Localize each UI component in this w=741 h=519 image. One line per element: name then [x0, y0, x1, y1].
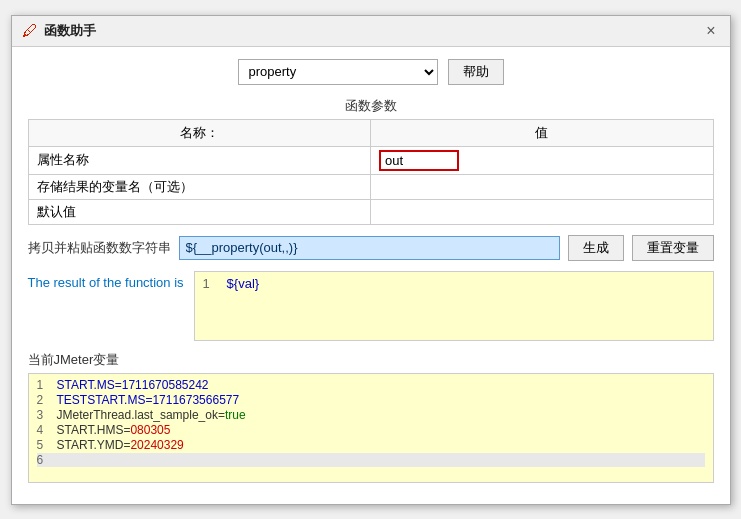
dialog-icon: 🖊: [22, 22, 38, 40]
var-linenum-3: 3: [37, 408, 51, 422]
generate-button[interactable]: 生成: [568, 235, 624, 261]
close-button[interactable]: ×: [702, 22, 719, 40]
var-content-5: START.YMD=20240329: [57, 438, 184, 452]
param-row-2: 存储结果的变量名（可选）: [28, 174, 713, 199]
param-input-2[interactable]: [379, 179, 705, 194]
param-row-3: 默认值: [28, 199, 713, 224]
result-label: The result of the function is: [28, 271, 184, 290]
vars-editor: 1 START.MS=1711670585242 2 TESTSTART.MS=…: [28, 373, 714, 483]
param-value-2[interactable]: [371, 174, 714, 199]
params-table: 名称： 值 属性名称 存储结果的变量名（可选）: [28, 119, 714, 225]
title-bar-left: 🖊 函数助手: [22, 22, 96, 40]
param-input-3[interactable]: [379, 204, 705, 219]
function-select[interactable]: property: [238, 59, 438, 85]
var-linenum-1: 1: [37, 378, 51, 392]
copy-row: 拷贝并粘贴函数数字符串 生成 重置变量: [28, 235, 714, 261]
var-content-4: START.HMS=080305: [57, 423, 171, 437]
var-line-5: 5 START.YMD=20240329: [37, 438, 705, 452]
result-linenum-1: 1: [203, 276, 217, 291]
col-name-header: 名称：: [28, 119, 371, 146]
var-linenum-2: 2: [37, 393, 51, 407]
dialog-body: property 帮助 函数参数 名称： 值 属性名称: [12, 47, 730, 495]
reset-button[interactable]: 重置变量: [632, 235, 714, 261]
col-value-header: 值: [371, 119, 714, 146]
var-linenum-6: 6: [37, 453, 51, 467]
param-name-1: 属性名称: [28, 146, 371, 174]
top-controls: property 帮助: [28, 59, 714, 85]
params-title: 函数参数: [28, 97, 714, 115]
params-section: 函数参数 名称： 值 属性名称 存储结果的变: [28, 97, 714, 225]
param-row-1: 属性名称: [28, 146, 713, 174]
result-editor: 1 ${val}: [194, 271, 714, 341]
var-line-2: 2 TESTSTART.MS=1711673566577: [37, 393, 705, 407]
var-content-6: [57, 453, 60, 467]
param-value-1[interactable]: [371, 146, 714, 174]
var-content-2: TESTSTART.MS=1711673566577: [57, 393, 240, 407]
help-button[interactable]: 帮助: [448, 59, 504, 85]
var-line-4: 4 START.HMS=080305: [37, 423, 705, 437]
var-content-3: JMeterThread.last_sample_ok=true: [57, 408, 246, 422]
title-bar: 🖊 函数助手 ×: [12, 16, 730, 47]
result-section: The result of the function is 1 ${val}: [28, 271, 714, 341]
param-value-3[interactable]: [371, 199, 714, 224]
copy-label: 拷贝并粘贴函数数字符串: [28, 239, 171, 257]
copy-input[interactable]: [179, 236, 560, 260]
result-code-1: ${val}: [227, 276, 260, 291]
param-name-3: 默认值: [28, 199, 371, 224]
vars-label: 当前JMeter变量: [28, 351, 714, 369]
var-line-6: 6: [37, 453, 705, 467]
var-linenum-5: 5: [37, 438, 51, 452]
function-helper-dialog: 🖊 函数助手 × property 帮助 函数参数 名称： 值: [11, 15, 731, 505]
vars-section: 当前JMeter变量 1 START.MS=1711670585242 2 TE…: [28, 351, 714, 483]
dialog-title: 函数助手: [44, 22, 96, 40]
param-name-2: 存储结果的变量名（可选）: [28, 174, 371, 199]
var-linenum-4: 4: [37, 423, 51, 437]
var-line-3: 3 JMeterThread.last_sample_ok=true: [37, 408, 705, 422]
param-input-1[interactable]: [379, 150, 459, 171]
var-content-1: START.MS=1711670585242: [57, 378, 209, 392]
result-line-1: 1 ${val}: [203, 276, 705, 291]
var-line-1: 1 START.MS=1711670585242: [37, 378, 705, 392]
